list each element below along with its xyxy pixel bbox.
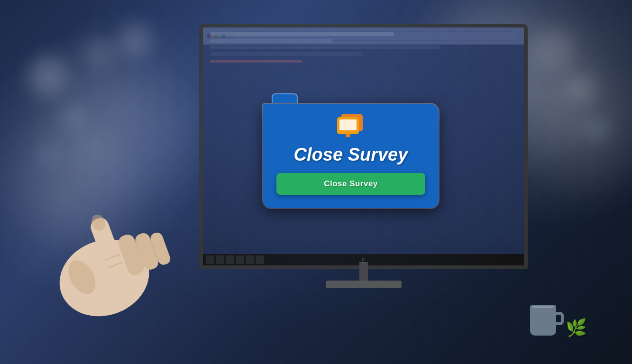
bokeh-light: [85, 38, 114, 66]
bokeh-light: [587, 118, 608, 140]
taskbar-item[interactable]: [236, 255, 244, 264]
close-survey-button[interactable]: Close Survey: [276, 173, 425, 195]
apple-logo-icon: : [362, 257, 365, 265]
app-line: [210, 52, 364, 56]
mug-body: [530, 305, 556, 336]
monitor-base: [326, 281, 402, 288]
taskbar-item[interactable]: [206, 255, 214, 264]
bokeh-light: [28, 57, 66, 95]
mug-rim: [532, 306, 554, 308]
plant: 🌿: [566, 318, 587, 338]
app-content-area: [203, 27, 524, 67]
card-title: Close Survey: [276, 146, 425, 164]
hand-svg: [28, 166, 194, 332]
taskbar-item[interactable]: [216, 255, 224, 264]
bokeh-light: [119, 24, 152, 57]
app-line: [210, 39, 333, 43]
plant-leaves-icon: 🌿: [566, 318, 587, 338]
taskbar-item[interactable]: [226, 255, 234, 264]
coffee-mug: [530, 305, 559, 336]
icon-monitor-stand-small: [346, 134, 350, 137]
icon-front-monitor: [337, 117, 359, 134]
bokeh-light: [38, 147, 57, 166]
mug-container: [530, 305, 559, 336]
card-body: Close Survey Close Survey: [263, 104, 439, 208]
card-icon-area: [276, 114, 425, 139]
app-highlight-line: [210, 60, 302, 63]
hand-pointer: [28, 166, 194, 332]
survey-card: Close Survey Close Survey: [263, 92, 439, 208]
card-tab: [272, 93, 298, 103]
scene: : [0, 0, 632, 364]
mug-handle: [555, 312, 564, 325]
monitor-survey-icon: [336, 114, 366, 139]
app-line: [210, 46, 440, 49]
bokeh-light: [568, 76, 594, 102]
app-line: [210, 32, 394, 36]
taskbar-item[interactable]: [246, 255, 254, 264]
bokeh-light: [62, 104, 85, 128]
taskbar-item[interactable]: [256, 255, 264, 264]
icon-monitor-screen: [339, 119, 357, 130]
